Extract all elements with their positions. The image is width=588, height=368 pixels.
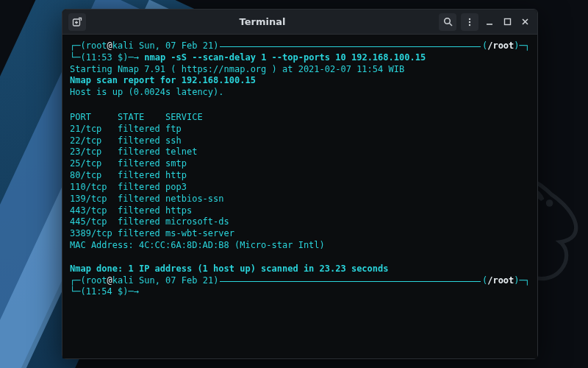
minimize-icon bbox=[485, 18, 494, 26]
prompt2-input-line[interactable]: └─(11:54 $)─→ bbox=[70, 286, 530, 298]
prompt-host: kali bbox=[112, 40, 134, 52]
terminal-window: Terminal bbox=[62, 9, 538, 359]
svg-point-2 bbox=[444, 18, 450, 24]
search-button[interactable] bbox=[439, 13, 456, 31]
prompt-user: root bbox=[86, 40, 107, 52]
close-icon bbox=[521, 18, 529, 26]
output-host-status: Host is up (0.0024s latency). bbox=[70, 87, 530, 99]
search-icon bbox=[443, 17, 453, 26]
table-row: 443/tcp filtered https bbox=[70, 205, 530, 217]
table-row: 445/tcp filtered microsoft-ds bbox=[70, 216, 530, 228]
menu-button[interactable] bbox=[461, 13, 478, 31]
maximize-button[interactable] bbox=[501, 15, 514, 29]
table-row: 139/tcp filtered netbios-ssn bbox=[70, 194, 530, 205]
prompt2-top: ┌─(root@kali Sun, 07 Feb 21) (/root)─┐ bbox=[70, 275, 530, 287]
close-button[interactable] bbox=[518, 15, 531, 29]
output-mac: MAC Address: 4C:CC:6A:8D:AD:B8 (Micro-st… bbox=[70, 240, 530, 252]
terminal-viewport[interactable]: ┌─(root@kali Sun, 07 Feb 21) (/root)─┐ └… bbox=[62, 35, 537, 358]
prompt-top: ┌─(root@kali Sun, 07 Feb 21) (/root)─┐ bbox=[70, 40, 530, 52]
svg-point-5 bbox=[469, 21, 470, 22]
svg-line-3 bbox=[449, 24, 452, 26]
svg-point-0 bbox=[546, 199, 553, 207]
maximize-icon bbox=[503, 18, 512, 26]
minimize-button[interactable] bbox=[483, 15, 496, 29]
table-row: 23/tcp filtered telnet bbox=[70, 146, 530, 158]
titlebar[interactable]: Terminal bbox=[62, 10, 537, 35]
window-title: Terminal bbox=[90, 16, 434, 27]
prompt-time: 11:53 bbox=[86, 52, 112, 63]
menu-icon bbox=[465, 18, 474, 26]
table-header: PORT STATE SERVICE bbox=[70, 112, 530, 124]
new-tab-button[interactable] bbox=[68, 13, 86, 31]
table-row: 80/tcp filtered http bbox=[70, 170, 530, 182]
output-done: Nmap done: 1 IP address (1 host up) scan… bbox=[70, 263, 530, 275]
table-row: 110/tcp filtered pop3 bbox=[70, 182, 530, 194]
prompt-cwd: /root bbox=[487, 40, 514, 52]
svg-point-4 bbox=[469, 18, 470, 19]
prompt-command-line: └─(11:53 $)─→ nmap -sS --scan-delay 1 --… bbox=[70, 52, 530, 64]
command-text: nmap -sS --scan-delay 1 --top-ports 10 1… bbox=[144, 52, 426, 63]
table-row: 21/tcp filtered ftp bbox=[70, 124, 530, 135]
prompt-date: Sun, 07 Feb 21 bbox=[139, 40, 213, 52]
new-tab-icon bbox=[72, 17, 82, 27]
port-table: PORT STATE SERVICE21/tcp filtered ftp22/… bbox=[70, 112, 530, 240]
output-report: Nmap scan report for 192.168.100.15 bbox=[70, 75, 530, 87]
table-row: 22/tcp filtered ssh bbox=[70, 135, 530, 147]
table-row: 25/tcp filtered smtp bbox=[70, 158, 530, 170]
svg-rect-8 bbox=[504, 19, 510, 25]
table-row: 3389/tcp filtered ms-wbt-server bbox=[70, 228, 530, 240]
svg-point-6 bbox=[469, 24, 470, 25]
output-start: Starting Nmap 7.91 ( https://nmap.org ) … bbox=[70, 64, 530, 76]
